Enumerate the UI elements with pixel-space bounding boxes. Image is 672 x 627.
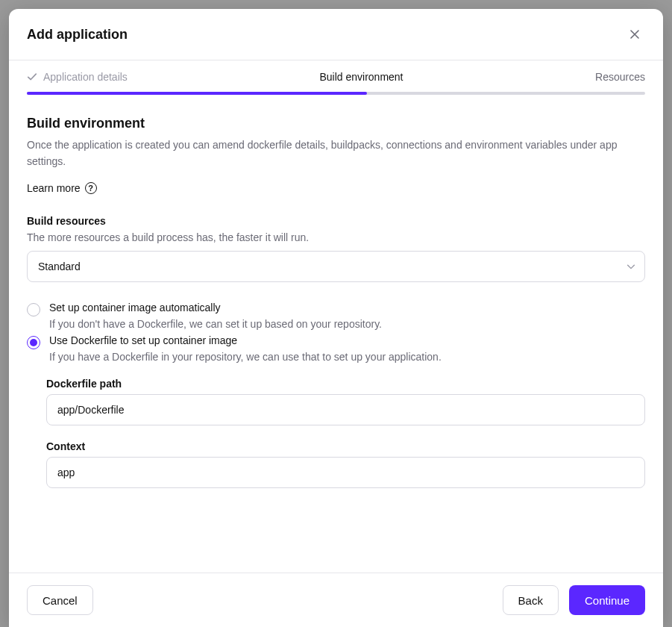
- modal-footer: Cancel Back Continue: [9, 573, 663, 627]
- help-icon: ?: [85, 182, 97, 194]
- radio-title: Use Dockerfile to set up container image: [49, 334, 442, 346]
- context-label: Context: [46, 440, 645, 452]
- radio-option-auto[interactable]: Set up container image automatically If …: [27, 302, 645, 330]
- step-label: Resources: [595, 71, 645, 83]
- modal-body: Build environment Once the application i…: [9, 95, 663, 573]
- step-resources[interactable]: Resources: [595, 71, 645, 83]
- radio-option-dockerfile[interactable]: Use Dockerfile to set up container image…: [27, 334, 645, 363]
- add-application-modal: Add application Application details Buil…: [9, 9, 663, 627]
- learn-more-label: Learn more: [27, 182, 81, 194]
- step-application-details[interactable]: Application details: [27, 71, 128, 83]
- step-label: Build environment: [319, 71, 403, 83]
- radio-description: If you have a Dockerfile in your reposit…: [49, 351, 442, 363]
- learn-more-link[interactable]: Learn more ?: [27, 182, 97, 194]
- step-build-environment[interactable]: Build environment: [319, 71, 403, 83]
- context-field: Context: [46, 440, 645, 488]
- footer-actions: Back Continue: [503, 585, 645, 615]
- build-resources-select[interactable]: Standard: [27, 251, 645, 282]
- context-input[interactable]: [46, 457, 645, 488]
- radio-description: If you don't have a Dockerfile, we can s…: [49, 318, 382, 330]
- radio-title: Set up container image automatically: [49, 302, 382, 314]
- dockerfile-path-input[interactable]: [46, 394, 645, 425]
- wizard-steps: Application details Build environment Re…: [9, 60, 663, 83]
- step-label: Application details: [43, 71, 128, 83]
- section-description: Once the application is created you can …: [27, 137, 645, 169]
- close-button[interactable]: [624, 24, 645, 45]
- dockerfile-path-field: Dockerfile path: [46, 378, 645, 425]
- cancel-button[interactable]: Cancel: [27, 585, 93, 615]
- dockerfile-path-label: Dockerfile path: [46, 378, 645, 390]
- check-icon: [27, 72, 37, 82]
- build-resources-select-wrap: Standard: [27, 251, 645, 282]
- back-button[interactable]: Back: [503, 585, 559, 615]
- container-setup-radio-group: Set up container image automatically If …: [27, 302, 645, 363]
- build-resources-hint: The more resources a build process has, …: [27, 231, 645, 243]
- continue-button[interactable]: Continue: [569, 585, 645, 615]
- radio-input-auto[interactable]: [27, 303, 40, 316]
- wizard-progress: [27, 92, 645, 95]
- wizard-progress-fill: [27, 92, 367, 95]
- radio-text: Set up container image automatically If …: [49, 302, 382, 330]
- build-resources-label: Build resources: [27, 215, 645, 227]
- modal-title: Add application: [27, 27, 128, 43]
- close-icon: [630, 30, 639, 39]
- radio-input-dockerfile[interactable]: [27, 336, 40, 349]
- radio-text: Use Dockerfile to set up container image…: [49, 334, 442, 363]
- modal-header: Add application: [9, 9, 663, 60]
- section-title: Build environment: [27, 116, 645, 131]
- dockerfile-fields: Dockerfile path Context: [27, 378, 645, 488]
